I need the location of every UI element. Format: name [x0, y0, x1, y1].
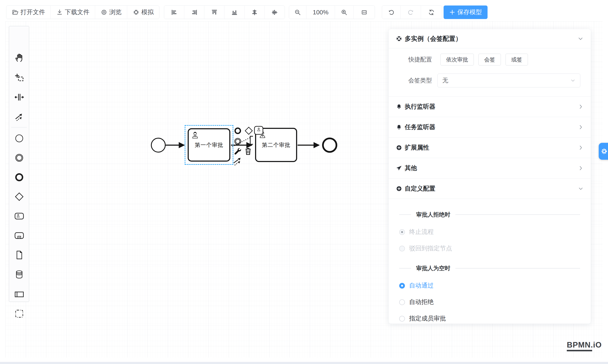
- create-subprocess[interactable]: [14, 231, 24, 240]
- simulate-button[interactable]: 模拟: [127, 6, 159, 19]
- radio-auto-pass[interactable]: 自动通过: [389, 281, 591, 290]
- text-annotation-icon: [249, 135, 254, 145]
- user-task-icon: [254, 126, 264, 135]
- append-user-task[interactable]: [254, 126, 264, 135]
- align-bottom-button[interactable]: [225, 6, 245, 19]
- chip-icon: [133, 9, 139, 16]
- append-intermediate-event[interactable]: [233, 137, 242, 146]
- section-execution-listener[interactable]: 执行监听器: [389, 96, 591, 117]
- empty-divider-label: 审批人为空时: [416, 264, 450, 272]
- preview-button[interactable]: 浏览: [95, 6, 127, 19]
- align-bottom-icon: [231, 9, 238, 16]
- start-event-shape[interactable]: [151, 138, 166, 153]
- group-icon: [14, 309, 24, 319]
- preview-label: 浏览: [109, 8, 121, 16]
- chevron-right-icon: [578, 145, 583, 150]
- properties-panel: 多实例（会签配置） 快捷配置 依次审批 会签 或签 会签类型 无 执行监听器: [389, 29, 591, 324]
- align-top-button[interactable]: [204, 6, 225, 19]
- radio-icon: [399, 229, 405, 235]
- section-custom-config[interactable]: 自定义配置: [389, 178, 591, 199]
- bottom-scrollbar-track[interactable]: [0, 362, 608, 364]
- change-element-type[interactable]: [232, 146, 242, 155]
- create-data-store[interactable]: [14, 270, 24, 279]
- undo-button[interactable]: [382, 6, 400, 19]
- panel-header[interactable]: 多实例（会签配置）: [389, 29, 591, 48]
- palette-divider: [11, 127, 27, 127]
- chevron-right-icon: [578, 124, 583, 130]
- quick-option-sequential[interactable]: 依次审批: [440, 54, 474, 65]
- append-gateway[interactable]: [244, 126, 254, 136]
- radio-auto-reject[interactable]: 自动拒绝: [389, 298, 591, 307]
- bpmn-io-logo[interactable]: BPMN.iO: [567, 340, 602, 351]
- append-text-annotation[interactable]: [249, 135, 254, 145]
- end-event-icon: [14, 172, 24, 182]
- fit-viewport-button[interactable]: [354, 6, 375, 19]
- reset-button[interactable]: [421, 6, 442, 19]
- connection-tool[interactable]: [14, 112, 24, 121]
- create-gateway[interactable]: [14, 192, 24, 202]
- section-label: 自定义配置: [405, 184, 578, 193]
- file-actions-group: 打开文件 下载文件 浏览 模拟: [6, 5, 159, 19]
- save-model-button[interactable]: 保存模型: [444, 5, 488, 19]
- download-file-button[interactable]: 下载文件: [51, 6, 95, 19]
- gateway-icon: [244, 126, 253, 135]
- create-user-task[interactable]: [14, 211, 24, 221]
- connect-tool[interactable]: [232, 156, 244, 166]
- bpmn-palette: [9, 26, 29, 302]
- sign-type-select[interactable]: 无: [437, 74, 580, 88]
- open-file-button[interactable]: 打开文件: [6, 6, 51, 19]
- radio-icon: [399, 316, 405, 322]
- section-task-listener[interactable]: 任务监听器: [389, 117, 591, 137]
- align-right-button[interactable]: [184, 6, 204, 19]
- append-end-event[interactable]: [233, 126, 242, 135]
- save-model-label: 保存模型: [457, 8, 482, 16]
- simulate-label: 模拟: [141, 8, 154, 16]
- redo-button[interactable]: [400, 6, 421, 19]
- delete-element[interactable]: [243, 146, 253, 156]
- chevron-down-icon[interactable]: [578, 36, 583, 42]
- space-tool[interactable]: [14, 92, 24, 102]
- create-data-object[interactable]: [14, 250, 24, 260]
- radio-terminate-process[interactable]: 终止流程: [389, 227, 591, 237]
- open-file-label: 打开文件: [21, 8, 45, 16]
- create-start-event[interactable]: [14, 133, 24, 143]
- data-object-icon: [14, 250, 24, 260]
- create-end-event[interactable]: [14, 172, 24, 182]
- radio-label: 自动拒绝: [409, 298, 434, 306]
- section-other[interactable]: 其他: [389, 158, 591, 178]
- bpmn-designer-app: 第一个审批 第二个审批 BPMN.iO 打开文件: [0, 0, 608, 364]
- panel-toggle-tab[interactable]: [599, 143, 608, 160]
- align-middle-button[interactable]: [264, 6, 285, 19]
- create-group[interactable]: [14, 309, 24, 319]
- align-left-button[interactable]: [164, 6, 184, 19]
- hand-tool[interactable]: [14, 53, 24, 63]
- end-event-shape[interactable]: [322, 138, 337, 153]
- radio-return-to-node[interactable]: 驳回到指定节点: [389, 244, 591, 253]
- sign-type-value: 无: [442, 77, 570, 85]
- create-intermediate-event[interactable]: [14, 153, 24, 163]
- lasso-tool[interactable]: [14, 73, 24, 83]
- gateway-icon: [14, 192, 24, 202]
- radio-icon: [399, 283, 405, 289]
- section-extension-properties[interactable]: 扩展属性: [389, 137, 591, 158]
- radio-icon: [399, 246, 405, 251]
- section-label: 其他: [405, 164, 578, 172]
- subprocess-icon: [14, 231, 24, 240]
- create-participant[interactable]: [14, 289, 24, 299]
- radio-assign-member[interactable]: 指定成员审批: [389, 314, 591, 323]
- task-shape-first[interactable]: 第一个审批: [188, 128, 230, 162]
- quick-option-orsign[interactable]: 或签: [505, 54, 528, 65]
- send-icon: [396, 165, 402, 171]
- zoom-in-button[interactable]: [335, 6, 354, 19]
- zoom-level: 100%: [306, 6, 335, 19]
- user-icon: [191, 131, 199, 139]
- zoom-out-button[interactable]: [289, 6, 306, 19]
- section-label: 扩展属性: [405, 143, 578, 152]
- divider-line: [399, 268, 411, 269]
- align-center-button[interactable]: [245, 6, 264, 19]
- download-icon: [56, 9, 63, 16]
- trash-icon: [244, 146, 252, 156]
- quick-option-countersign[interactable]: 会签: [478, 54, 501, 65]
- sign-type-label: 会签类型: [389, 77, 432, 85]
- intermediate-event-icon: [234, 137, 242, 145]
